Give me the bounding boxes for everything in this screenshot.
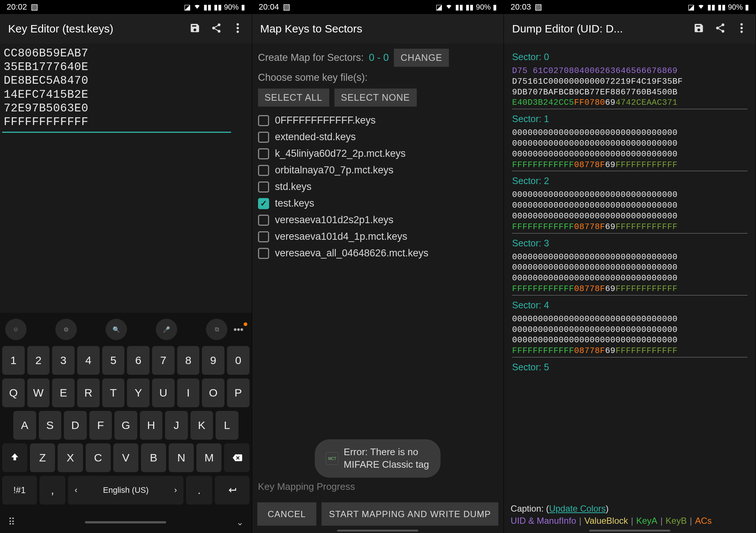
home-indicator[interactable] — [85, 521, 166, 523]
key-M[interactable]: M — [196, 443, 221, 472]
key-F[interactable]: F — [89, 411, 112, 440]
key-W[interactable]: W — [27, 378, 50, 407]
keyfile-item[interactable]: veresaeva_all_04648626.mct.keys — [258, 245, 498, 261]
save-icon[interactable] — [691, 23, 706, 35]
kb-grid-icon[interactable]: ⠿ — [8, 516, 15, 528]
change-button[interactable]: CHANGE — [394, 49, 449, 67]
space-key[interactable]: ‹ English (US) › — [68, 476, 183, 505]
cancel-button[interactable]: CANCEL — [257, 502, 316, 526]
checkbox[interactable] — [258, 115, 269, 126]
enter-key[interactable] — [215, 476, 250, 505]
hex-line[interactable]: 00000000000000000000000000000000 — [512, 211, 748, 222]
kb-hide-icon[interactable]: ⌄ — [236, 517, 244, 527]
share-icon[interactable] — [713, 23, 728, 35]
hex-line[interactable]: 00000000000000000000000000000000 — [512, 190, 748, 200]
select-all-button[interactable]: SELECT ALL — [258, 89, 329, 107]
key-K[interactable]: K — [190, 411, 213, 440]
checkbox[interactable] — [258, 132, 269, 143]
translate-icon[interactable]: ⧉ — [206, 319, 227, 340]
hex-line[interactable]: 00000000000000000000000000000000 — [512, 273, 748, 284]
keyfile-item[interactable]: 0FFFFFFFFFFFF.keys — [258, 113, 498, 128]
start-mapping-button[interactable]: START MAPPING AND WRITE DUMP — [322, 502, 499, 526]
key-8[interactable]: 8 — [177, 346, 200, 375]
overflow-icon[interactable] — [734, 23, 749, 35]
key-4[interactable]: 4 — [77, 346, 100, 375]
checkbox[interactable] — [258, 231, 269, 242]
gear-icon[interactable]: ⚙ — [55, 319, 77, 340]
hex-line[interactable]: 9DB707BAFBCB9CB77EF8867760B4500B — [512, 87, 748, 98]
shift-key[interactable] — [2, 443, 27, 472]
key-J[interactable]: J — [165, 411, 188, 440]
hex-line[interactable]: 00000000000000000000000000000000 — [512, 252, 748, 263]
comma-key[interactable]: , — [39, 476, 65, 505]
key-1[interactable]: 1 — [2, 346, 25, 375]
mic-icon[interactable]: 🎤 — [156, 319, 177, 340]
keyfile-item[interactable]: orbitalnaya70_7p.mct.keys — [258, 162, 498, 178]
hex-line[interactable]: 00000000000000000000000000000000 — [512, 138, 748, 149]
hex-line[interactable]: FFFFFFFFFFFF08778F69FFFFFFFFFFFF — [512, 284, 748, 294]
checkbox[interactable] — [258, 198, 269, 209]
keyfile-item[interactable]: std.keys — [258, 179, 498, 195]
key-I[interactable]: I — [177, 378, 200, 407]
kb-more-icon[interactable]: ••• — [230, 324, 246, 335]
key-B[interactable]: B — [141, 443, 166, 472]
keyfile-item[interactable]: test.keys — [258, 195, 498, 211]
hex-line[interactable]: E40D3B242CC5FF0780694742CEAAC371 — [512, 97, 748, 108]
hex-line[interactable]: 00000000000000000000000000000000 — [512, 262, 748, 273]
hex-line[interactable]: 00000000000000000000000000000000 — [512, 314, 748, 325]
select-none-button[interactable]: SELECT NONE — [334, 89, 417, 107]
key-C[interactable]: C — [86, 443, 111, 472]
key-editor-textarea[interactable]: CC806B59EAB735EB1777640EDE8BEC5A847014EF… — [0, 44, 252, 132]
symbols-key[interactable]: !#1 — [2, 476, 37, 505]
key-R[interactable]: R — [77, 378, 100, 407]
key-L[interactable]: L — [216, 411, 238, 440]
keyfile-item[interactable]: veresaeva101d2s2p1.keys — [258, 212, 498, 228]
dump-content[interactable]: Sector: 0D75 61C027080400626364656667686… — [504, 44, 756, 376]
share-icon[interactable] — [209, 23, 224, 35]
checkbox[interactable] — [258, 248, 269, 259]
hex-line[interactable]: D75161C0000000000072219F4C19F35BF — [512, 76, 748, 87]
key-A[interactable]: A — [13, 411, 36, 440]
key-G[interactable]: G — [114, 411, 137, 440]
key-5[interactable]: 5 — [102, 346, 125, 375]
home-indicator[interactable] — [337, 530, 418, 532]
period-key[interactable]: . — [186, 476, 212, 505]
key-X[interactable]: X — [58, 443, 83, 472]
key-7[interactable]: 7 — [152, 346, 175, 375]
key-V[interactable]: V — [113, 443, 138, 472]
hex-line[interactable]: 00000000000000000000000000000000 — [512, 200, 748, 211]
backspace-key[interactable] — [224, 443, 249, 472]
key-Q[interactable]: Q — [2, 378, 25, 407]
keyfile-item[interactable]: veresaeva101d4_1p.mct.keys — [258, 229, 498, 245]
key-Z[interactable]: Z — [30, 443, 55, 472]
checkbox[interactable] — [258, 215, 269, 226]
hex-line[interactable]: 00000000000000000000000000000000 — [512, 149, 748, 160]
keyfile-item[interactable]: extended-std.keys — [258, 129, 498, 145]
home-indicator[interactable] — [589, 530, 670, 532]
save-icon[interactable] — [188, 23, 202, 35]
key-E[interactable]: E — [52, 378, 75, 407]
checkbox[interactable] — [258, 148, 269, 159]
editor-content[interactable]: CC806B59EAB735EB1777640EDE8BEC5A847014EF… — [0, 44, 252, 533]
key-P[interactable]: P — [227, 378, 250, 407]
key-N[interactable]: N — [169, 443, 194, 472]
checkbox[interactable] — [258, 181, 269, 193]
key-D[interactable]: D — [64, 411, 87, 440]
key-2[interactable]: 2 — [27, 346, 50, 375]
key-H[interactable]: H — [140, 411, 163, 440]
hex-line[interactable]: D75 61C0270804006263646566676869 — [512, 66, 748, 76]
key-Y[interactable]: Y — [127, 378, 150, 407]
key-6[interactable]: 6 — [127, 346, 150, 375]
key-S[interactable]: S — [39, 411, 62, 440]
key-T[interactable]: T — [102, 378, 125, 407]
update-colors-link[interactable]: Update Colors — [549, 503, 605, 513]
key-0[interactable]: 0 — [227, 346, 250, 375]
overflow-icon[interactable] — [230, 23, 245, 35]
hex-line[interactable]: FFFFFFFFFFFF08778F69FFFFFFFFFFFF — [512, 346, 748, 356]
key-9[interactable]: 9 — [202, 346, 224, 375]
hex-line[interactable]: 00000000000000000000000000000000 — [512, 128, 748, 138]
key-U[interactable]: U — [152, 378, 175, 407]
keyfile-item[interactable]: k_45liniya60d72_2p.mct.keys — [258, 146, 498, 162]
hex-line[interactable]: 00000000000000000000000000000000 — [512, 335, 748, 346]
emoji-icon[interactable]: ☺ — [5, 319, 27, 340]
